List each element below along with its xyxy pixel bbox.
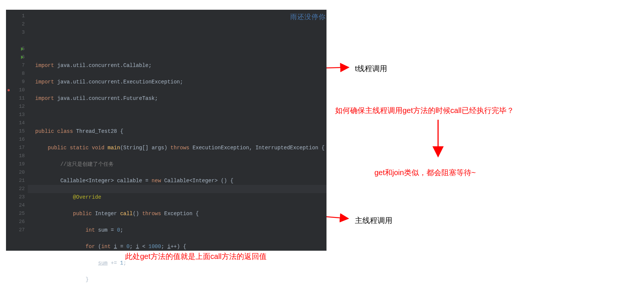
gutter-line: 10 [6,86,28,94]
gutter-line: 15 [6,127,28,135]
annotation-main-thread: 主线程调用 [355,216,392,226]
annotation-question: 如何确保主线程调用get方法的时候call已经执行完毕？ [335,106,514,116]
code-area[interactable]: 雨还没停你 import java.util.concurrent.Callab… [28,10,326,251]
code-line [35,111,326,119]
gutter-line: 27 [6,226,28,234]
gutter-line: 22 [6,185,28,193]
code-line: import java.util.concurrent.Callable; [35,61,326,70]
code-line: public static void main(String[] args) t… [35,144,326,152]
code-line: public class Thread_Test28 { [35,127,326,135]
gutter-line: 16 [6,135,28,144]
gutter-line: 23 [6,193,28,201]
watermark: 雨还没停你 [290,13,326,21]
gutter-line: 26 [6,218,28,226]
override-gutter-icon[interactable] [7,89,10,91]
gutter-line: 14 [6,119,28,127]
gutter-line: 12 [6,103,28,111]
code-line: for (int i = 0; i < 1000; i++) { [35,242,326,251]
gutter-line: 17 [6,144,28,152]
gutter-line: 5 [6,45,28,53]
gutter-line: 13 [6,111,28,119]
code-line: import java.util.concurrent.FutureTask; [35,94,326,103]
annotation-get-join: get和join类似，都会阻塞等待~ [374,168,476,178]
gutter: 1 2 3 5 6 7 8 9 10 11 12 13 14 15 16 17 … [6,10,28,251]
run-gutter-icon[interactable] [21,55,24,59]
gutter-line: 20 [6,168,28,177]
gutter-line: 8 [6,70,28,78]
gutter-line: 24 [6,201,28,210]
code-line: sum += 1; [35,259,326,267]
code-line: import java.util.concurrent.ExecutionExc… [35,78,326,86]
gutter-line: 7 [6,61,28,70]
gutter-line: 6 [6,53,28,61]
code-line: @Override [35,193,326,201]
gutter-line: 1 [6,12,28,20]
gutter-line: 9 [6,78,28,86]
code-line: //这只是创建了个任务 [35,160,326,168]
gutter-line: 18 [6,152,28,160]
gutter-line: 3 [6,28,28,37]
code-line: public Integer call() throws Exception { [35,210,326,218]
run-gutter-icon[interactable] [21,47,24,51]
annotation-t-thread: t线程调用 [355,64,387,74]
gutter-line [6,37,28,45]
code-line: } [35,275,326,284]
code-line: int sum = 0; [35,226,326,234]
gutter-line: 25 [6,210,28,218]
gutter-line: 2 [6,20,28,28]
code-editor: 1 2 3 5 6 7 8 9 10 11 12 13 14 15 16 17 … [6,10,326,251]
code-line: Callable<Integer> callable = new Callabl… [35,177,326,185]
gutter-line: 21 [6,177,28,185]
gutter-line: 19 [6,160,28,168]
gutter-line: 11 [6,94,28,103]
